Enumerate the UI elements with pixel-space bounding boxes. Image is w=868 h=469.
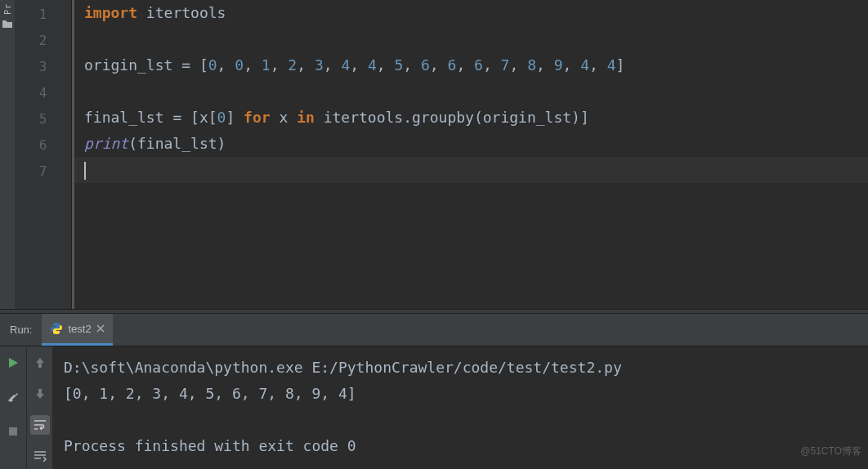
- line-number: 2: [15, 28, 71, 54]
- code-line: origin_lst = [0, 0, 1, 2, 3, 4, 4, 5, 6,…: [84, 52, 868, 78]
- run-tool-column-right: [26, 346, 52, 469]
- folder-icon: [2, 20, 12, 28]
- line-number: 5: [15, 106, 71, 132]
- code-line: print(final_lst): [84, 131, 868, 157]
- console-output[interactable]: D:\soft\Anaconda\python.exe E:/PythonCra…: [52, 346, 868, 469]
- editor-area: Pr 1 2 3 4 5 6 7 import itertools ​ orig…: [0, 0, 868, 309]
- code-editor[interactable]: import itertools ​ origin_lst = [0, 0, 1…: [72, 0, 868, 309]
- code-line: final_lst = [x[0] for x in itertools.gro…: [84, 105, 868, 131]
- run-panel: Run: test2: [0, 314, 868, 469]
- line-number: 6: [15, 132, 71, 159]
- debug-settings-button[interactable]: [3, 387, 23, 407]
- code-line: import itertools: [84, 0, 868, 26]
- run-tool-column-left: [0, 346, 26, 469]
- run-panel-label: Run:: [0, 324, 42, 336]
- svg-rect-0: [9, 427, 17, 436]
- console-line: Process finished with exit code 0: [64, 433, 857, 459]
- line-number: 4: [15, 80, 71, 106]
- watermark: @51CTO博客: [800, 438, 861, 464]
- line-number: 1: [15, 2, 71, 28]
- ide-window: Pr 1 2 3 4 5 6 7 import itertools ​ orig…: [0, 0, 868, 469]
- down-arrow-icon[interactable]: [30, 384, 50, 404]
- code-line: [84, 157, 868, 183]
- stop-button[interactable]: [3, 422, 23, 441]
- close-icon[interactable]: [96, 324, 105, 333]
- console-line: [0, 1, 2, 3, 4, 5, 6, 7, 8, 9, 4]: [64, 381, 857, 407]
- caret: [84, 162, 86, 180]
- run-tab[interactable]: test2: [42, 314, 112, 346]
- run-body: D:\soft\Anaconda\python.exe E:/PythonCra…: [0, 346, 868, 469]
- scroll-to-end-button[interactable]: [30, 446, 50, 466]
- project-label: Pr: [3, 3, 12, 15]
- line-number: 3: [15, 54, 71, 80]
- code-line: ​: [84, 26, 868, 52]
- run-header: Run: test2: [0, 314, 868, 346]
- up-arrow-icon[interactable]: [30, 353, 50, 373]
- python-icon: [50, 322, 63, 335]
- soft-wrap-button[interactable]: [30, 415, 50, 435]
- code-line: ​: [84, 78, 868, 105]
- console-line: ​: [64, 407, 857, 433]
- console-line: D:\soft\Anaconda\python.exe E:/PythonCra…: [64, 355, 857, 381]
- line-gutter: 1 2 3 4 5 6 7: [15, 0, 72, 309]
- rerun-button[interactable]: [3, 353, 23, 373]
- project-tool-strip[interactable]: Pr: [0, 0, 15, 309]
- run-tab-label: test2: [68, 323, 91, 335]
- line-number: 7: [15, 159, 71, 185]
